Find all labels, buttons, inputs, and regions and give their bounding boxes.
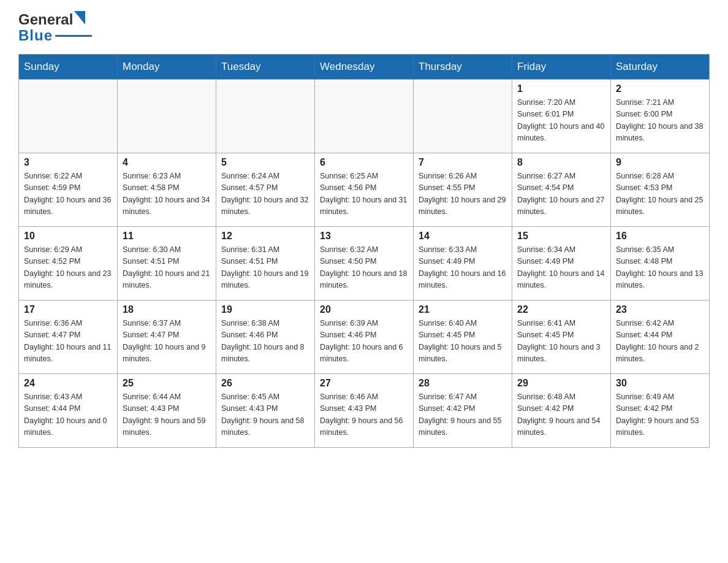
day-info: Sunrise: 6:29 AMSunset: 4:52 PMDaylight:…: [24, 244, 112, 292]
day-number: 6: [320, 157, 408, 168]
weekday-header-row: SundayMondayTuesdayWednesdayThursdayFrid…: [19, 55, 710, 80]
day-number: 3: [24, 157, 112, 168]
calendar-cell: 24Sunrise: 6:43 AMSunset: 4:44 PMDayligh…: [19, 374, 118, 448]
calendar-cell: 9Sunrise: 6:28 AMSunset: 4:53 PMDaylight…: [611, 153, 710, 227]
calendar-cell: 13Sunrise: 6:32 AMSunset: 4:50 PMDayligh…: [315, 227, 414, 301]
day-info: Sunrise: 6:25 AMSunset: 4:56 PMDaylight:…: [320, 170, 408, 218]
day-number: 8: [517, 157, 605, 168]
day-number: 10: [24, 231, 112, 242]
calendar-cell: [118, 80, 216, 153]
calendar-cell: 2Sunrise: 7:21 AMSunset: 6:00 PMDaylight…: [611, 80, 710, 153]
day-number: 1: [517, 83, 605, 94]
day-info: Sunrise: 6:22 AMSunset: 4:59 PMDaylight:…: [24, 170, 112, 218]
day-number: 16: [616, 231, 704, 242]
calendar-cell: 27Sunrise: 6:46 AMSunset: 4:43 PMDayligh…: [315, 374, 414, 448]
day-number: 2: [616, 83, 704, 94]
day-info: Sunrise: 6:34 AMSunset: 4:49 PMDaylight:…: [517, 244, 605, 292]
calendar-table: SundayMondayTuesdayWednesdayThursdayFrid…: [18, 54, 710, 448]
day-info: Sunrise: 6:24 AMSunset: 4:57 PMDaylight:…: [221, 170, 309, 218]
day-info: Sunrise: 6:36 AMSunset: 4:47 PMDaylight:…: [24, 318, 112, 366]
calendar-cell: 23Sunrise: 6:42 AMSunset: 4:44 PMDayligh…: [611, 301, 710, 374]
calendar-cell: [216, 80, 315, 153]
day-number: 26: [221, 378, 309, 389]
day-info: Sunrise: 6:37 AMSunset: 4:47 PMDaylight:…: [123, 318, 211, 366]
day-info: Sunrise: 6:28 AMSunset: 4:53 PMDaylight:…: [616, 170, 704, 218]
calendar-cell: 26Sunrise: 6:45 AMSunset: 4:43 PMDayligh…: [216, 374, 315, 448]
day-number: 27: [320, 378, 408, 389]
day-number: 21: [419, 304, 507, 315]
week-row-3: 10Sunrise: 6:29 AMSunset: 4:52 PMDayligh…: [19, 227, 710, 301]
logo-general-word: General: [18, 12, 73, 27]
day-number: 4: [123, 157, 211, 168]
day-info: Sunrise: 6:27 AMSunset: 4:54 PMDaylight:…: [517, 170, 605, 218]
calendar-cell: 14Sunrise: 6:33 AMSunset: 4:49 PMDayligh…: [414, 227, 512, 301]
weekday-header-sunday: Sunday: [19, 55, 118, 80]
week-row-4: 17Sunrise: 6:36 AMSunset: 4:47 PMDayligh…: [19, 301, 710, 374]
day-info: Sunrise: 6:40 AMSunset: 4:45 PMDaylight:…: [419, 318, 507, 366]
day-number: 7: [419, 157, 507, 168]
day-number: 14: [419, 231, 507, 242]
calendar-cell: 1Sunrise: 7:20 AMSunset: 6:01 PMDaylight…: [512, 80, 611, 153]
calendar-cell: 21Sunrise: 6:40 AMSunset: 4:45 PMDayligh…: [414, 301, 512, 374]
logo: General Blue: [18, 12, 92, 44]
page-header: General Blue: [18, 12, 710, 44]
weekday-header-monday: Monday: [118, 55, 216, 80]
calendar-cell: [19, 80, 118, 153]
day-info: Sunrise: 6:39 AMSunset: 4:46 PMDaylight:…: [320, 318, 408, 366]
logo-flag-icon: [74, 11, 85, 26]
calendar-cell: 3Sunrise: 6:22 AMSunset: 4:59 PMDaylight…: [19, 153, 118, 227]
day-info: Sunrise: 6:30 AMSunset: 4:51 PMDaylight:…: [123, 244, 211, 292]
day-number: 29: [517, 378, 605, 389]
calendar-cell: 4Sunrise: 6:23 AMSunset: 4:58 PMDaylight…: [118, 153, 216, 227]
day-number: 17: [24, 304, 112, 315]
day-info: Sunrise: 6:33 AMSunset: 4:49 PMDaylight:…: [419, 244, 507, 292]
day-info: Sunrise: 6:42 AMSunset: 4:44 PMDaylight:…: [616, 318, 704, 366]
calendar-cell: 25Sunrise: 6:44 AMSunset: 4:43 PMDayligh…: [118, 374, 216, 448]
calendar-cell: [315, 80, 414, 153]
calendar-cell: 20Sunrise: 6:39 AMSunset: 4:46 PMDayligh…: [315, 301, 414, 374]
calendar-cell: 18Sunrise: 6:37 AMSunset: 4:47 PMDayligh…: [118, 301, 216, 374]
day-number: 13: [320, 231, 408, 242]
day-info: Sunrise: 7:21 AMSunset: 6:00 PMDaylight:…: [616, 97, 704, 145]
week-row-2: 3Sunrise: 6:22 AMSunset: 4:59 PMDaylight…: [19, 153, 710, 227]
weekday-header-saturday: Saturday: [611, 55, 710, 80]
calendar-cell: 11Sunrise: 6:30 AMSunset: 4:51 PMDayligh…: [118, 227, 216, 301]
calendar-cell: 28Sunrise: 6:47 AMSunset: 4:42 PMDayligh…: [414, 374, 512, 448]
calendar-cell: 16Sunrise: 6:35 AMSunset: 4:48 PMDayligh…: [611, 227, 710, 301]
day-info: Sunrise: 6:41 AMSunset: 4:45 PMDaylight:…: [517, 318, 605, 366]
day-number: 28: [419, 378, 507, 389]
weekday-header-friday: Friday: [512, 55, 611, 80]
week-row-5: 24Sunrise: 6:43 AMSunset: 4:44 PMDayligh…: [19, 374, 710, 448]
day-info: Sunrise: 6:45 AMSunset: 4:43 PMDaylight:…: [221, 391, 309, 439]
day-info: Sunrise: 6:26 AMSunset: 4:55 PMDaylight:…: [419, 170, 507, 218]
day-info: Sunrise: 6:23 AMSunset: 4:58 PMDaylight:…: [123, 170, 211, 218]
calendar-cell: 17Sunrise: 6:36 AMSunset: 4:47 PMDayligh…: [19, 301, 118, 374]
calendar-cell: 15Sunrise: 6:34 AMSunset: 4:49 PMDayligh…: [512, 227, 611, 301]
day-number: 25: [123, 378, 211, 389]
day-number: 9: [616, 157, 704, 168]
day-number: 12: [221, 231, 309, 242]
day-info: Sunrise: 6:49 AMSunset: 4:42 PMDaylight:…: [616, 391, 704, 439]
calendar-cell: 5Sunrise: 6:24 AMSunset: 4:57 PMDaylight…: [216, 153, 315, 227]
day-info: Sunrise: 6:47 AMSunset: 4:42 PMDaylight:…: [419, 391, 507, 439]
logo-blue-line: Blue: [18, 27, 92, 44]
day-number: 22: [517, 304, 605, 315]
day-info: Sunrise: 7:20 AMSunset: 6:01 PMDaylight:…: [517, 97, 605, 145]
day-info: Sunrise: 6:46 AMSunset: 4:43 PMDaylight:…: [320, 391, 408, 439]
day-number: 30: [616, 378, 704, 389]
day-number: 19: [221, 304, 309, 315]
svg-marker-0: [74, 11, 85, 25]
calendar-cell: [414, 80, 512, 153]
calendar-cell: 29Sunrise: 6:48 AMSunset: 4:42 PMDayligh…: [512, 374, 611, 448]
weekday-header-thursday: Thursday: [414, 55, 512, 80]
day-info: Sunrise: 6:44 AMSunset: 4:43 PMDaylight:…: [123, 391, 211, 439]
day-info: Sunrise: 6:48 AMSunset: 4:42 PMDaylight:…: [517, 391, 605, 439]
day-info: Sunrise: 6:43 AMSunset: 4:44 PMDaylight:…: [24, 391, 112, 439]
logo-blue-word: Blue: [18, 27, 53, 44]
logo-wordmark: General: [18, 12, 92, 27]
calendar-cell: 10Sunrise: 6:29 AMSunset: 4:52 PMDayligh…: [19, 227, 118, 301]
calendar-cell: 6Sunrise: 6:25 AMSunset: 4:56 PMDaylight…: [315, 153, 414, 227]
day-number: 20: [320, 304, 408, 315]
calendar-cell: 8Sunrise: 6:27 AMSunset: 4:54 PMDaylight…: [512, 153, 611, 227]
day-number: 24: [24, 378, 112, 389]
